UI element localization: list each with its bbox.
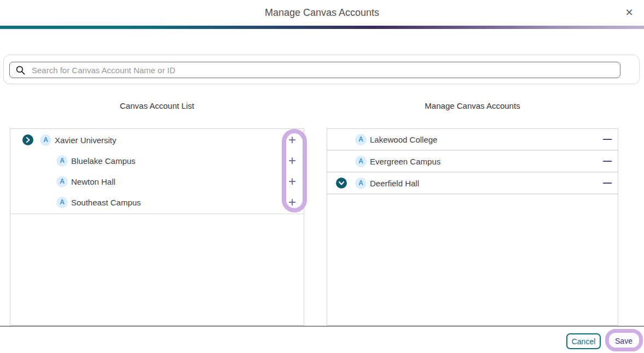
add-account-button[interactable]: + — [285, 173, 299, 190]
account-list-row: ABluelake Campus+ — [10, 150, 304, 171]
account-name: Evergreen Campus — [370, 157, 440, 166]
manage-canvas-accounts-modal: Manage Canvas Accounts ✕ Canvas Account … — [0, 0, 644, 353]
cancel-button[interactable]: Cancel — [566, 333, 601, 349]
remove-account-button[interactable]: — — [603, 134, 611, 144]
account-name: Deerfield Hall — [370, 179, 419, 188]
right-panel-header: Manage Canvas Accounts — [327, 101, 618, 110]
account-list-row: ASoutheast Campus+ — [10, 192, 304, 213]
add-account-button[interactable]: + — [285, 152, 299, 169]
modal-title: Manage Canvas Accounts — [0, 0, 644, 26]
account-avatar-icon: A — [56, 197, 68, 208]
account-avatar-icon: A — [355, 178, 367, 189]
managed-accounts-list: ALakewood College—AEvergreen Campus—ADee… — [327, 129, 618, 195]
add-account-button[interactable]: + — [285, 193, 299, 211]
managed-account-row: AEvergreen Campus— — [327, 151, 618, 173]
search-input[interactable] — [32, 66, 614, 75]
account-avatar-icon: A — [40, 134, 51, 146]
managed-account-row: ALakewood College— — [327, 129, 618, 151]
search-icon — [15, 65, 26, 75]
account-name: Southeast Campus — [71, 198, 141, 207]
account-name: Lakewood College — [370, 135, 437, 144]
chevron-down-icon[interactable] — [336, 178, 347, 189]
close-icon[interactable]: ✕ — [621, 4, 637, 21]
canvas-account-tree: AXavier University+ABluelake Campus+ANew… — [10, 129, 304, 214]
account-avatar-icon: A — [355, 156, 367, 167]
chevron-right-icon[interactable] — [22, 134, 33, 145]
footer: Cancel Save — [0, 326, 644, 353]
remove-account-button[interactable]: — — [603, 178, 611, 188]
search-card — [3, 55, 640, 84]
account-list-row: ANewton Hall+ — [10, 171, 304, 192]
search-box[interactable] — [9, 62, 620, 78]
header-gradient-divider — [0, 26, 644, 29]
account-name: Xavier University — [55, 136, 117, 145]
managed-account-row: ADeerfield Hall— — [327, 173, 618, 195]
add-account-button[interactable]: + — [285, 131, 299, 149]
account-avatar-icon: A — [56, 155, 68, 167]
account-name: Bluelake Campus — [71, 156, 136, 166]
managed-accounts-panel: ALakewood College—AEvergreen Campus—ADee… — [327, 128, 618, 326]
account-avatar-icon: A — [355, 134, 367, 145]
remove-account-button[interactable]: — — [603, 156, 611, 166]
account-list-row: AXavier University+ — [10, 130, 304, 150]
account-avatar-icon: A — [56, 176, 68, 187]
account-name: Newton Hall — [71, 177, 115, 186]
canvas-account-list-panel: AXavier University+ABluelake Campus+ANew… — [10, 128, 304, 326]
save-button[interactable]: Save — [609, 334, 639, 348]
left-panel-header: Canvas Account List — [10, 101, 304, 110]
